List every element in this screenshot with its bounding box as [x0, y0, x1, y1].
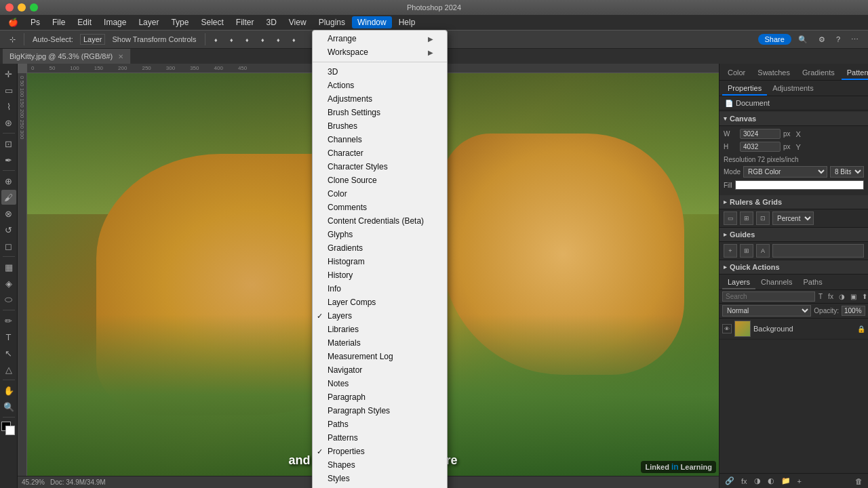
menu-type[interactable]: Type [165, 16, 194, 28]
menu-notes[interactable]: Notes [313, 377, 447, 390]
menu-shapes[interactable]: Shapes [313, 458, 447, 472]
tool-crop[interactable]: ⊡ [1, 136, 16, 151]
toolbar-settings[interactable]: ⚙ [814, 34, 829, 45]
rulers-section-header[interactable]: Rulers & Grids [719, 195, 868, 209]
menu-window[interactable]: Window [352, 16, 392, 28]
menu-comments[interactable]: Comments [313, 201, 447, 214]
menu-clone-source[interactable]: Clone Source [313, 174, 447, 187]
layer-action-new[interactable]: + [795, 476, 804, 487]
menu-ps[interactable]: Ps [25, 16, 45, 28]
menu-navigator[interactable]: Navigator [313, 363, 447, 377]
file-tab[interactable]: BigKitty.jpg @ 45.3% (RGB/8#) ✕ [3, 49, 131, 64]
blend-mode-select[interactable]: Normal [722, 305, 811, 317]
menu-3d[interactable]: 3D [260, 16, 281, 28]
layer-tool-fx[interactable]: fx [826, 292, 835, 301]
menu-paragraph[interactable]: Paragraph [313, 390, 447, 404]
tool-eraser[interactable]: ◻ [1, 239, 16, 253]
tool-eyedropper[interactable]: ✒ [1, 152, 16, 167]
menu-content-credentials[interactable]: Content Credentials (Beta) [313, 214, 447, 228]
opacity-input[interactable] [842, 306, 865, 316]
layers-tab-channels[interactable]: Channels [755, 276, 797, 289]
guide-btn-2[interactable]: ⊞ [740, 244, 753, 258]
tool-brush[interactable]: 🖌 [1, 190, 16, 205]
menu-select[interactable]: Select [195, 16, 229, 28]
layer-action-folder[interactable]: 📁 [778, 475, 793, 487]
toolbar-align-top[interactable]: ⬧ [256, 34, 269, 45]
tool-spot-heal[interactable]: ⊕ [1, 174, 16, 188]
layer-visibility-background[interactable]: 👁 [722, 324, 732, 333]
width-input[interactable] [740, 129, 781, 139]
color-swatches[interactable] [1, 422, 16, 436]
layers-tab-layers[interactable]: Layers [722, 276, 755, 289]
menu-paragraph-styles[interactable]: Paragraph Styles [313, 404, 447, 418]
menu-help[interactable]: Help [393, 16, 421, 28]
menu-actions[interactable]: Actions [313, 79, 447, 92]
guide-color-swatch[interactable] [772, 244, 864, 258]
menu-apple[interactable]: 🍎 [3, 16, 24, 28]
menu-file[interactable]: File [47, 16, 71, 28]
menu-character-styles[interactable]: Character Styles [313, 160, 447, 174]
tool-type[interactable]: T [1, 329, 16, 344]
toolbar-layer-select[interactable]: Layer [80, 34, 106, 45]
tab-patterns[interactable]: Patterns [842, 66, 868, 80]
layer-item-background[interactable]: 👁 Background 🔒 [719, 319, 868, 340]
menu-histogram[interactable]: Histogram [313, 255, 447, 268]
toolbar-help[interactable]: ? [832, 34, 844, 45]
ruler-btn-3[interactable]: ⊡ [756, 211, 770, 225]
tool-hand[interactable]: ✋ [1, 383, 16, 398]
menu-materials[interactable]: Materials [313, 336, 447, 350]
toolbar-search[interactable]: 🔍 [794, 34, 812, 45]
toolbar-align-bottom[interactable]: ⬧ [288, 34, 300, 45]
toolbar-move-icon[interactable]: ⊹ [5, 34, 20, 45]
menu-layer[interactable]: Layer [133, 16, 164, 28]
canvas-section-header[interactable]: Canvas [719, 112, 868, 126]
layer-action-adj[interactable]: ◐ [765, 475, 777, 487]
menu-color[interactable]: Color [313, 187, 447, 201]
menu-paths[interactable]: Paths [313, 418, 447, 431]
fill-swatch[interactable] [735, 180, 864, 190]
layer-tool-move[interactable]: ⬆ [860, 292, 868, 301]
tool-lasso[interactable]: ⌇ [1, 99, 16, 114]
menu-workspace[interactable]: Workspace ▶ [313, 45, 447, 59]
tab-gradients[interactable]: Gradients [797, 66, 840, 80]
toolbar-align-right[interactable]: ⬧ [241, 34, 254, 45]
tool-pen[interactable]: ✏ [1, 313, 16, 328]
menu-layers[interactable]: ✓ Layers [313, 309, 447, 323]
tab-color[interactable]: Color [722, 66, 751, 80]
menu-libraries[interactable]: Libraries [313, 323, 447, 336]
menu-measurement-log[interactable]: Measurement Log [313, 350, 447, 363]
tool-shape[interactable]: △ [1, 362, 16, 377]
layers-search[interactable] [722, 291, 815, 302]
menu-swatches[interactable]: Swatches [313, 485, 447, 488]
tool-zoom[interactable]: 🔍 [1, 399, 16, 414]
tool-dodge[interactable]: ⬭ [1, 292, 16, 307]
layer-action-mask[interactable]: ◑ [751, 475, 764, 487]
menu-gradients[interactable]: Gradients [313, 241, 447, 255]
tool-clone-stamp[interactable]: ⊗ [1, 206, 16, 221]
minimize-button[interactable] [18, 3, 26, 12]
mode-select[interactable]: RGB Color [743, 166, 827, 178]
layer-tool-adj[interactable]: ◑ [837, 292, 847, 301]
menu-view[interactable]: View [283, 16, 312, 28]
tool-rect-select[interactable]: ▭ [1, 83, 16, 98]
toolbar-more[interactable]: ⋯ [847, 34, 863, 45]
menu-layer-comps[interactable]: Layer Comps [313, 296, 447, 309]
bitdepth-select[interactable]: 8 Bits/Channel [830, 166, 864, 178]
tool-quick-select[interactable]: ⊛ [1, 115, 16, 130]
tab-adjustments[interactable]: Adjustments [767, 82, 819, 96]
file-tab-close[interactable]: ✕ [118, 53, 123, 60]
share-button[interactable]: Share [758, 34, 791, 45]
toolbar-align-left[interactable]: ⬧ [210, 34, 222, 45]
height-input[interactable] [740, 142, 781, 152]
maximize-button[interactable] [30, 3, 38, 12]
tab-swatches[interactable]: Swatches [752, 66, 795, 80]
menu-info[interactable]: Info [313, 282, 447, 296]
menu-arrange[interactable]: Arrange ▶ [313, 32, 447, 45]
menu-channels[interactable]: Channels [313, 133, 447, 146]
menu-plugins[interactable]: Plugins [313, 16, 351, 28]
ruler-btn-1[interactable]: ▭ [724, 211, 737, 225]
menu-filter[interactable]: Filter [231, 16, 260, 28]
layer-action-delete[interactable]: 🗑 [852, 476, 865, 487]
close-button[interactable] [5, 3, 14, 12]
layer-tool-t[interactable]: T [816, 292, 825, 301]
